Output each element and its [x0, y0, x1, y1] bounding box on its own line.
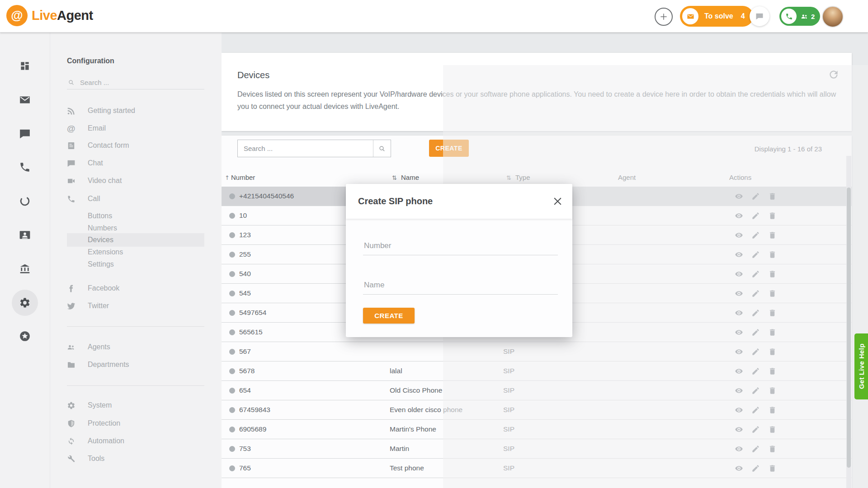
logo-at-glyph: @: [11, 9, 23, 23]
calls-count: 2: [811, 13, 815, 20]
top-header: @ LiveAgent To solve 4 2: [0, 0, 868, 33]
user-avatar[interactable]: [822, 6, 844, 28]
create-sip-phone-dialog: Create SIP phone CREATE: [346, 184, 572, 337]
cell-number: 6905689: [239, 420, 266, 439]
cell-number: 654: [239, 381, 251, 400]
sidebar-item-call[interactable]: Call: [67, 192, 204, 206]
sidebar-item-label: Automation: [88, 437, 124, 445]
sidebar-item-video-chat[interactable]: Video chat: [67, 174, 204, 188]
billing-icon: [19, 263, 31, 275]
sidebar-item-label: Email: [88, 124, 106, 132]
sidebar-item-getting-started[interactable]: Getting started: [67, 104, 204, 117]
calls-badge[interactable]: 2: [779, 7, 820, 26]
logo-bubble-icon: @: [6, 5, 28, 26]
nav-settings-button[interactable]: [0, 289, 50, 316]
chats-button[interactable]: [750, 6, 769, 26]
sidebar-item-label: Protection: [88, 419, 120, 427]
sidebar-item-extensions[interactable]: Extensions: [67, 245, 204, 259]
sidebar-item-twitter[interactable]: Twitter: [67, 299, 204, 313]
phone-icon: [67, 195, 75, 203]
status-dot: [229, 349, 235, 355]
sidebar-item-label: Twitter: [88, 302, 109, 310]
sidebar-item-tools[interactable]: Tools: [67, 452, 204, 465]
status-dot: [229, 291, 235, 296]
sidebar-item-settings[interactable]: Settings: [67, 258, 204, 271]
get-live-help-label: Get Live Help: [858, 343, 865, 389]
sidebar-item-devices[interactable]: Devices: [67, 233, 204, 247]
star-icon: [19, 330, 31, 342]
cell-name: Martin's Phone: [390, 420, 436, 439]
cell-number: 765: [239, 459, 251, 478]
dialog-create-button[interactable]: CREATE: [363, 308, 415, 324]
sidebar-item-label: Departments: [88, 361, 129, 369]
sidebar-item-email[interactable]: @Email: [67, 122, 204, 135]
nav-contacts-button[interactable]: [0, 221, 50, 249]
add-new-button[interactable]: [655, 8, 673, 26]
config-search-input[interactable]: [79, 78, 194, 87]
status-dot: [229, 427, 235, 432]
nav-reports-button[interactable]: [0, 188, 50, 215]
status-dot: [229, 310, 235, 316]
name-field[interactable]: [363, 276, 558, 295]
sidebar-item-label: Agents: [88, 343, 110, 351]
sync-icon: [67, 437, 75, 446]
close-icon[interactable]: [552, 195, 564, 207]
rss-icon: [67, 107, 75, 115]
sidebar-divider: [67, 326, 204, 327]
phone-circle: [781, 9, 797, 24]
cell-number: +4215404540546: [239, 187, 294, 206]
nav-mail-button[interactable]: [0, 86, 50, 113]
cell-name: Martin: [390, 439, 409, 458]
phone-icon: [785, 13, 793, 20]
sidebar-item-system[interactable]: System: [67, 399, 204, 412]
sidebar-item-buttons[interactable]: Buttons: [67, 209, 204, 223]
to-solve-badge[interactable]: To solve 4: [680, 6, 753, 27]
status-dot: [229, 388, 235, 394]
column-number[interactable]: Number: [231, 174, 255, 181]
nav-phone-button[interactable]: [0, 154, 50, 181]
dashboard-icon: [19, 60, 31, 72]
table-search[interactable]: [237, 140, 391, 157]
liveagent-logo[interactable]: @ LiveAgent: [6, 5, 93, 26]
dialog-header: Create SIP phone: [346, 184, 572, 219]
chat-icon: [19, 128, 31, 140]
cell-number: 540: [239, 264, 251, 283]
sidebar-item-automation[interactable]: Automation: [67, 434, 204, 448]
configuration-title: Configuration: [67, 57, 114, 65]
sidebar-item-label: Tools: [88, 455, 104, 463]
search-icon: [68, 79, 75, 86]
sort-name[interactable]: ⇅: [392, 174, 397, 181]
page-title: Devices: [237, 70, 269, 80]
search-submit[interactable]: [373, 140, 391, 157]
gear-icon: [67, 401, 75, 410]
sidebar-item-chat[interactable]: Chat: [67, 156, 204, 170]
sidebar-item-label: Settings: [88, 260, 114, 268]
logo-agent: Agent: [57, 8, 93, 23]
sidebar-item-facebook[interactable]: Facebook: [67, 282, 204, 295]
nav-dashboard-button[interactable]: [0, 52, 50, 80]
get-live-help-tab[interactable]: Get Live Help: [854, 333, 868, 399]
liveagent-app: @ LiveAgent To solve 4 2: [0, 0, 868, 488]
sidebar-item-agents[interactable]: Agents: [67, 340, 204, 354]
number-field[interactable]: [363, 237, 558, 255]
cell-number: 565615: [239, 323, 263, 342]
nav-billing-button[interactable]: [0, 255, 50, 282]
column-name[interactable]: Name: [401, 174, 419, 181]
at-icon: @: [67, 124, 75, 133]
status-dot: [229, 446, 235, 452]
table-search-input[interactable]: [238, 145, 373, 152]
sidebar-item-contact-form[interactable]: Contact form: [67, 139, 204, 152]
nav-star-button[interactable]: [0, 323, 50, 350]
nav-chat-button[interactable]: [0, 120, 50, 147]
cell-name: lalal: [390, 361, 402, 380]
sidebar-item-label: Video chat: [88, 177, 122, 185]
config-search[interactable]: [67, 75, 204, 89]
sidebar-item-departments[interactable]: Departments: [67, 358, 204, 371]
video-icon: [67, 177, 75, 185]
status-dot: [229, 193, 235, 199]
cell-number: 5497654: [239, 303, 266, 322]
sidebar-item-label: Getting started: [88, 107, 135, 115]
configuration-sidebar: Configuration Getting started@EmailConta…: [50, 33, 222, 488]
sort-number[interactable]: ↑: [225, 174, 230, 181]
sidebar-item-protection[interactable]: Protection: [67, 417, 204, 430]
